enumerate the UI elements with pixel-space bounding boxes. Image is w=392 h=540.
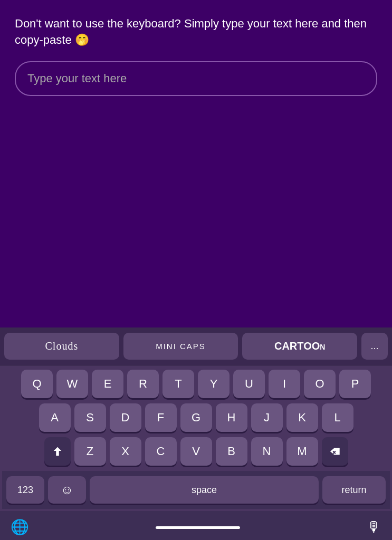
- key-g[interactable]: G: [180, 403, 212, 432]
- home-indicator: [156, 526, 240, 529]
- footer-row: 🌐 🎙: [0, 511, 392, 540]
- bottom-row: 123 ☺ space return: [2, 471, 390, 509]
- key-i[interactable]: I: [269, 370, 300, 398]
- key-q[interactable]: Q: [21, 370, 53, 398]
- key-l[interactable]: L: [322, 403, 353, 432]
- space-key[interactable]: space: [90, 476, 319, 504]
- text-input-container[interactable]: [15, 61, 377, 96]
- keyboard-section: Clouds MINI CAPS CARTOOn ... Q W E R T Y…: [0, 327, 392, 540]
- return-key[interactable]: return: [322, 476, 386, 504]
- key-y[interactable]: Y: [198, 370, 230, 398]
- key-a[interactable]: A: [39, 403, 71, 432]
- key-z[interactable]: Z: [74, 437, 106, 466]
- globe-icon[interactable]: 🌐: [11, 518, 29, 536]
- hint-text: Don't want to use the keyboard? Simply t…: [15, 16, 377, 49]
- key-u[interactable]: U: [233, 370, 265, 398]
- key-k[interactable]: K: [286, 403, 318, 432]
- key-row-2: A S D F G H J K L: [2, 403, 390, 432]
- key-c[interactable]: C: [145, 437, 177, 466]
- num-key[interactable]: 123: [6, 476, 44, 504]
- key-d[interactable]: D: [110, 403, 141, 432]
- emoji-key[interactable]: ☺: [48, 476, 86, 504]
- key-p[interactable]: P: [339, 370, 371, 398]
- text-input[interactable]: [27, 72, 365, 85]
- backspace-key[interactable]: [322, 437, 348, 466]
- key-w[interactable]: W: [56, 370, 88, 398]
- font-style-cartoon[interactable]: CARTOOn: [242, 333, 357, 360]
- key-r[interactable]: R: [127, 370, 159, 398]
- font-style-mini-caps[interactable]: MINI CAPS: [123, 333, 238, 360]
- keyboard-rows: Q W E R T Y U I O P A S D F G H J K L: [0, 365, 392, 511]
- key-h[interactable]: H: [216, 403, 247, 432]
- key-j[interactable]: J: [251, 403, 283, 432]
- key-s[interactable]: S: [74, 403, 106, 432]
- key-row-3: Z X C V B N M: [2, 437, 390, 466]
- key-m[interactable]: M: [286, 437, 318, 466]
- key-v[interactable]: V: [180, 437, 212, 466]
- font-style-row: Clouds MINI CAPS CARTOOn ...: [0, 327, 392, 365]
- key-e[interactable]: E: [92, 370, 123, 398]
- key-b[interactable]: B: [216, 437, 247, 466]
- key-x[interactable]: X: [110, 437, 141, 466]
- mic-icon[interactable]: 🎙: [367, 518, 381, 536]
- font-style-extra[interactable]: ...: [361, 333, 388, 360]
- shift-key[interactable]: [44, 437, 71, 466]
- spacer: [0, 107, 392, 327]
- key-o[interactable]: O: [304, 370, 336, 398]
- key-f[interactable]: F: [145, 403, 177, 432]
- key-row-1: Q W E R T Y U I O P: [2, 370, 390, 398]
- key-n[interactable]: N: [251, 437, 283, 466]
- font-style-clouds[interactable]: Clouds: [4, 333, 119, 360]
- key-t[interactable]: T: [162, 370, 194, 398]
- top-section: Don't want to use the keyboard? Simply t…: [0, 0, 392, 107]
